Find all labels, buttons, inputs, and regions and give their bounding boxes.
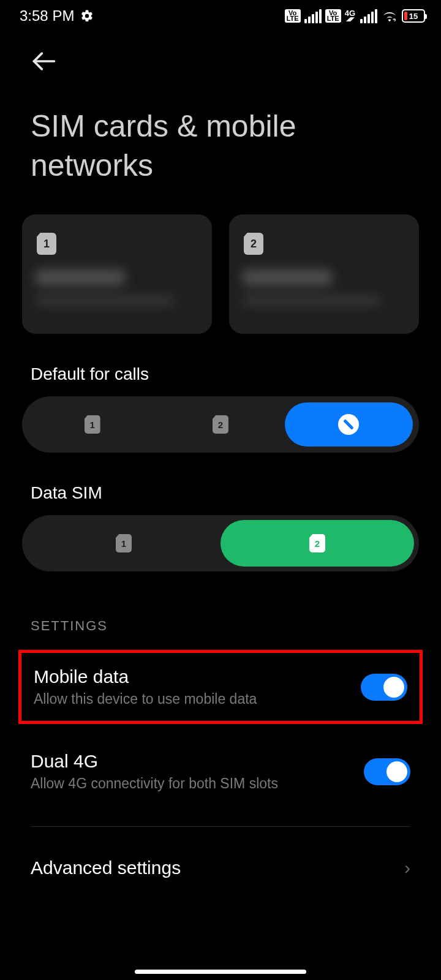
- back-button[interactable]: [31, 48, 58, 75]
- data-option-sim1[interactable]: 1: [27, 520, 221, 567]
- calls-option-sim1[interactable]: 1: [28, 402, 156, 447]
- not-set-icon: [338, 414, 359, 435]
- battery-percent: 15: [403, 12, 424, 21]
- gear-icon: [80, 9, 94, 23]
- dual-4g-toggle[interactable]: [364, 758, 410, 785]
- dual-4g-title: Dual 4G: [31, 751, 278, 772]
- default-calls-label: Default for calls: [22, 334, 419, 396]
- mobile-data-row[interactable]: Mobile data Allow this device to use mob…: [25, 653, 416, 721]
- calls-option-sim2[interactable]: 2: [156, 402, 284, 447]
- sim-chip-icon-1: 1: [37, 233, 56, 255]
- wifi-icon: [381, 9, 398, 23]
- volte-badge-1: VoLTE: [285, 9, 301, 23]
- default-calls-selector: 1 2: [22, 396, 419, 453]
- volte-badge-2: VoLTE: [325, 9, 341, 23]
- dual-4g-subtitle: Allow 4G connectivity for both SIM slots: [31, 775, 278, 792]
- dual-4g-row[interactable]: Dual 4G Allow 4G connectivity for both S…: [22, 737, 419, 805]
- sim-chip-icon: 2: [309, 534, 325, 552]
- advanced-settings-row[interactable]: Advanced settings ›: [22, 827, 419, 878]
- advanced-settings-label: Advanced settings: [31, 858, 181, 878]
- data-sim-label: Data SIM: [22, 453, 419, 515]
- status-time: 3:58 PM: [20, 7, 74, 24]
- sim-chip-icon: 2: [213, 415, 228, 434]
- sim1-details-redacted: [36, 270, 198, 306]
- sim-chip-icon: 1: [116, 534, 132, 552]
- sim-card-2[interactable]: 2: [229, 214, 419, 334]
- settings-section-header: SETTINGS: [22, 571, 419, 650]
- signal-bars-2: [360, 9, 377, 23]
- status-bar: 3:58 PM VoLTE VoLTE 4G ◢◤ 15: [0, 0, 441, 27]
- mobile-data-title: Mobile data: [34, 666, 257, 687]
- mobile-data-subtitle: Allow this device to use mobile data: [34, 691, 257, 707]
- chevron-right-icon: ›: [404, 858, 410, 878]
- data-sim-selector: 1 2: [22, 515, 419, 571]
- calls-option-ask[interactable]: [285, 402, 413, 447]
- signal-bars-1: [304, 9, 322, 23]
- mobile-data-toggle[interactable]: [361, 674, 407, 701]
- sim-chip-icon: 1: [85, 415, 100, 434]
- sim-card-1[interactable]: 1: [22, 214, 212, 334]
- sim-chip-icon-2: 2: [244, 233, 263, 255]
- page-title: SIM cards & mobile networks: [22, 83, 419, 203]
- battery-indicator: 15: [402, 9, 425, 23]
- highlight-annotation: Mobile data Allow this device to use mob…: [18, 650, 423, 724]
- sim2-details-redacted: [243, 270, 405, 306]
- home-indicator[interactable]: [135, 970, 306, 974]
- data-option-sim2[interactable]: 2: [221, 520, 414, 567]
